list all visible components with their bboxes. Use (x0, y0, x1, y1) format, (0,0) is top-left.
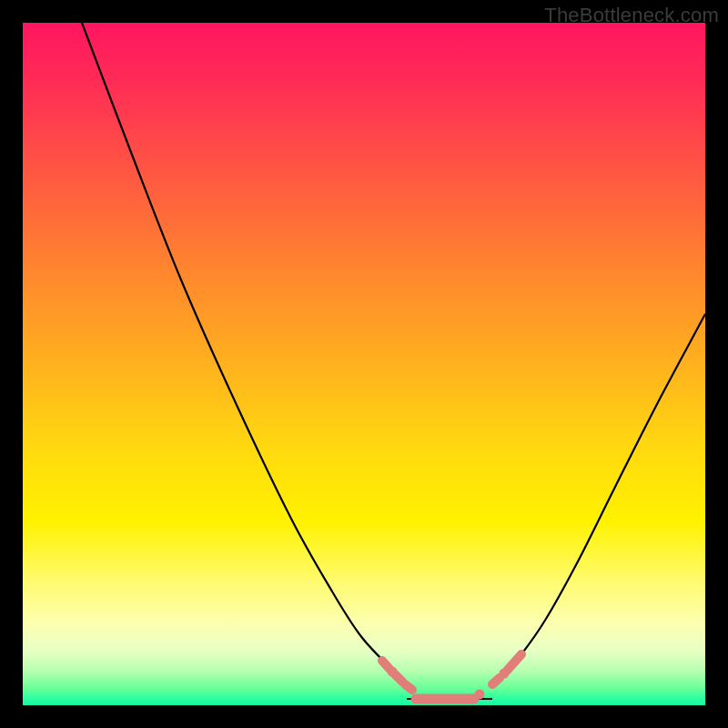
bead-markers (382, 654, 521, 700)
bead-segment (382, 661, 389, 669)
bead-segment (492, 678, 500, 684)
chart-svg (23, 23, 705, 705)
left-curve (82, 23, 407, 684)
bead-dot (500, 669, 510, 679)
bead-segment (405, 684, 412, 690)
chart-frame (23, 23, 705, 705)
right-curve (492, 314, 705, 684)
bead-segment (507, 654, 521, 671)
bead-segment (395, 674, 402, 682)
watermark-text: TheBottleneck.com (544, 4, 719, 27)
main-curve (82, 23, 705, 699)
bead-dot (388, 667, 398, 677)
